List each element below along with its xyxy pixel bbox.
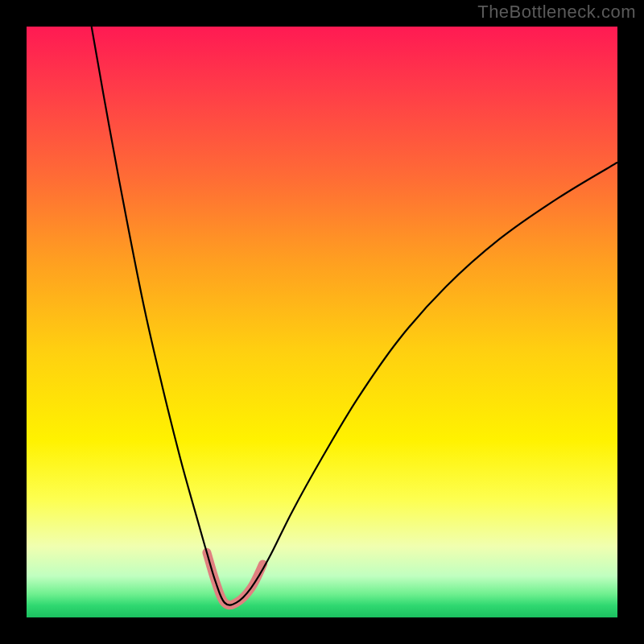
- plot-area: [27, 27, 617, 617]
- watermark-text: TheBottleneck.com: [477, 2, 636, 23]
- bottleneck-curve: [92, 27, 617, 605]
- chart-frame: TheBottleneck.com: [0, 0, 644, 644]
- curve-svg: [27, 27, 617, 617]
